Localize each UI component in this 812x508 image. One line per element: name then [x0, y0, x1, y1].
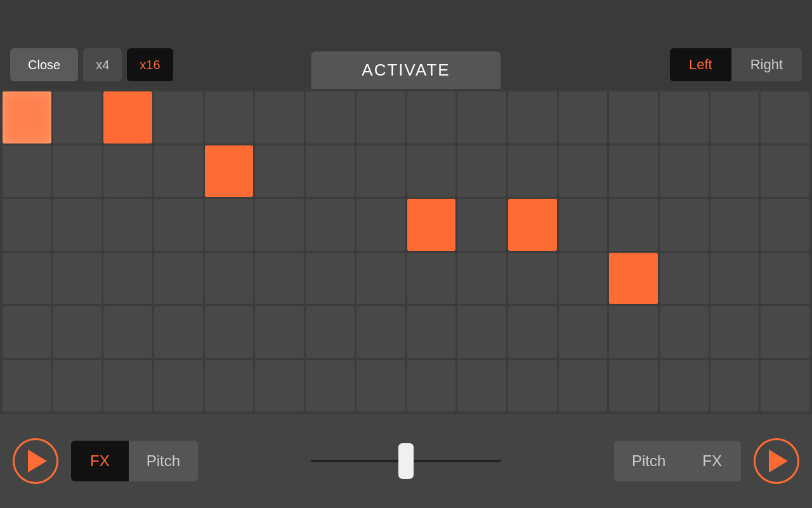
- grid-cell[interactable]: [53, 199, 102, 251]
- grid-cell[interactable]: [357, 199, 405, 251]
- grid-cell[interactable]: [103, 306, 152, 358]
- right-button[interactable]: Right: [731, 48, 802, 81]
- grid-cell[interactable]: [154, 360, 203, 412]
- grid-cell[interactable]: [609, 91, 658, 144]
- grid-cell[interactable]: [559, 145, 608, 197]
- grid-cell[interactable]: [255, 253, 304, 305]
- grid-cell[interactable]: [306, 253, 355, 305]
- grid-cell[interactable]: [3, 253, 51, 305]
- grid-cell[interactable]: [407, 91, 456, 144]
- grid-cell[interactable]: [255, 145, 304, 197]
- grid-cell[interactable]: [103, 360, 152, 412]
- grid-cell[interactable]: [660, 145, 709, 197]
- grid-cell[interactable]: [407, 253, 456, 305]
- pitch-right-button[interactable]: Pitch: [614, 441, 683, 481]
- grid-cell[interactable]: [609, 306, 658, 358]
- grid-cell[interactable]: [103, 91, 152, 144]
- grid-cell[interactable]: [660, 306, 709, 358]
- left-button[interactable]: Left: [670, 48, 731, 81]
- grid-cell[interactable]: [407, 199, 456, 251]
- slider-thumb[interactable]: [398, 443, 414, 479]
- grid-cell[interactable]: [761, 360, 809, 412]
- fx-left-button[interactable]: FX: [71, 441, 129, 481]
- grid-cell[interactable]: [508, 145, 557, 197]
- grid-cell[interactable]: [3, 199, 51, 251]
- grid-cell[interactable]: [407, 360, 456, 412]
- grid-cell[interactable]: [609, 253, 658, 305]
- grid-cell[interactable]: [508, 360, 557, 412]
- grid-cell[interactable]: [710, 360, 759, 412]
- grid-cell[interactable]: [53, 360, 102, 412]
- grid-cell[interactable]: [761, 306, 809, 358]
- close-button[interactable]: Close: [10, 48, 78, 81]
- grid-cell[interactable]: [710, 199, 759, 251]
- grid-cell[interactable]: [205, 360, 254, 412]
- grid-cell[interactable]: [457, 306, 506, 358]
- grid-cell[interactable]: [306, 360, 355, 412]
- grid-cell[interactable]: [559, 253, 608, 305]
- grid-cell[interactable]: [3, 91, 51, 144]
- slider-track[interactable]: [311, 460, 501, 462]
- grid-cell[interactable]: [53, 253, 102, 305]
- pitch-left-button[interactable]: Pitch: [129, 441, 198, 481]
- grid-cell[interactable]: [508, 91, 557, 144]
- grid-cell[interactable]: [255, 91, 304, 144]
- play-left-button[interactable]: [13, 438, 58, 484]
- activate-tab[interactable]: ACTIVATE: [311, 51, 501, 89]
- grid-cell[interactable]: [357, 91, 405, 144]
- grid-cell[interactable]: [710, 145, 759, 197]
- grid-cell[interactable]: [205, 199, 254, 251]
- grid-cell[interactable]: [660, 253, 709, 305]
- grid-cell[interactable]: [660, 360, 709, 412]
- grid-cell[interactable]: [255, 360, 304, 412]
- grid-cell[interactable]: [457, 360, 506, 412]
- grid-cell[interactable]: [306, 199, 355, 251]
- x4-button[interactable]: x4: [83, 48, 122, 81]
- grid-cell[interactable]: [205, 306, 254, 358]
- grid-cell[interactable]: [53, 306, 102, 358]
- grid-cell[interactable]: [3, 360, 51, 412]
- grid-cell[interactable]: [457, 253, 506, 305]
- grid-cell[interactable]: [609, 199, 658, 251]
- grid-cell[interactable]: [508, 199, 557, 251]
- grid-cell[interactable]: [761, 91, 809, 144]
- grid-cell[interactable]: [357, 145, 405, 197]
- grid-cell[interactable]: [710, 306, 759, 358]
- grid-cell[interactable]: [103, 253, 152, 305]
- grid-cell[interactable]: [255, 199, 304, 251]
- grid-cell[interactable]: [508, 253, 557, 305]
- grid-cell[interactable]: [457, 199, 506, 251]
- grid-cell[interactable]: [103, 199, 152, 251]
- grid-cell[interactable]: [761, 253, 809, 305]
- grid-cell[interactable]: [407, 306, 456, 358]
- grid-cell[interactable]: [357, 306, 405, 358]
- grid-cell[interactable]: [559, 360, 608, 412]
- grid-cell[interactable]: [103, 145, 152, 197]
- grid-cell[interactable]: [357, 360, 405, 412]
- grid-cell[interactable]: [660, 91, 709, 144]
- grid-cell[interactable]: [508, 306, 557, 358]
- grid-cell[interactable]: [154, 91, 203, 144]
- grid-cell[interactable]: [710, 253, 759, 305]
- grid-cell[interactable]: [710, 91, 759, 144]
- grid-cell[interactable]: [457, 145, 506, 197]
- grid-cell[interactable]: [357, 253, 405, 305]
- grid-cell[interactable]: [205, 91, 254, 144]
- grid-cell[interactable]: [559, 199, 608, 251]
- grid-cell[interactable]: [3, 145, 51, 197]
- grid-cell[interactable]: [306, 145, 355, 197]
- grid-cell[interactable]: [53, 145, 102, 197]
- grid-cell[interactable]: [609, 145, 658, 197]
- fx-right-button[interactable]: FX: [683, 441, 741, 481]
- grid-cell[interactable]: [154, 253, 203, 305]
- grid-cell[interactable]: [761, 199, 809, 251]
- grid-cell[interactable]: [660, 199, 709, 251]
- grid-cell[interactable]: [205, 145, 254, 197]
- grid-cell[interactable]: [559, 306, 608, 358]
- grid-cell[interactable]: [3, 306, 51, 358]
- grid-cell[interactable]: [154, 145, 203, 197]
- grid-cell[interactable]: [306, 91, 355, 144]
- x16-button[interactable]: x16: [127, 48, 173, 81]
- grid-cell[interactable]: [306, 306, 355, 358]
- grid-cell[interactable]: [761, 145, 809, 197]
